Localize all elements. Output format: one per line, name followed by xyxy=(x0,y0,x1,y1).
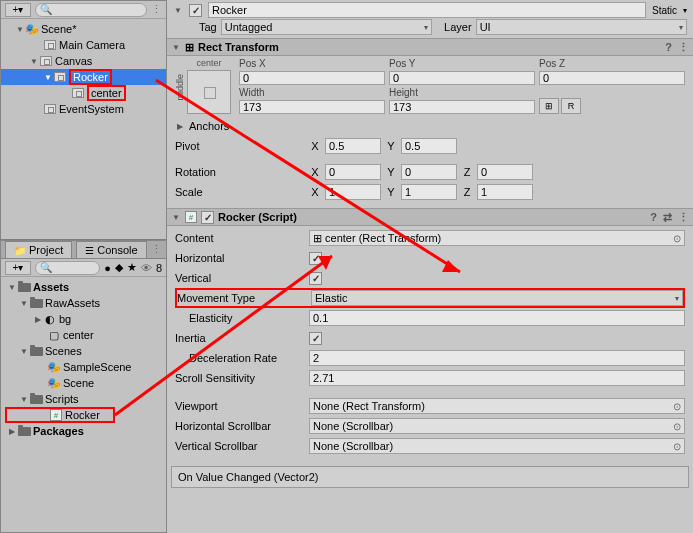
foldout-icon[interactable]: ▼ xyxy=(173,5,183,15)
pivot-y-field[interactable] xyxy=(401,138,457,154)
tag-dropdown[interactable]: Untagged xyxy=(221,19,432,35)
vscrollbar-object-field[interactable]: None (Scrollbar) xyxy=(309,438,685,454)
hscrollbar-object-field[interactable]: None (Scrollbar) xyxy=(309,418,685,434)
horizontal-checkbox[interactable] xyxy=(309,252,322,265)
scale-x-field[interactable] xyxy=(325,184,381,200)
hierarchy-item[interactable]: center xyxy=(1,85,166,101)
help-icon[interactable]: ? xyxy=(650,211,657,224)
asset-row[interactable]: 🎭Scene xyxy=(5,375,162,391)
rot-z-field[interactable] xyxy=(477,164,533,180)
foldout-icon[interactable]: ▼ xyxy=(171,212,181,222)
foldout-icon[interactable]: ▶ xyxy=(33,314,43,324)
search-icon: 🔍 xyxy=(40,4,52,15)
gameobject-enabled-checkbox[interactable] xyxy=(189,4,202,17)
item-label: Rocker xyxy=(69,71,112,83)
scene-icon: 🎭 xyxy=(25,23,39,35)
asset-row[interactable]: 🎭SampleScene xyxy=(5,359,162,375)
rocker-script-header[interactable]: ▼ # Rocker (Script) ?⇄⋮ xyxy=(167,208,693,226)
foldout-icon[interactable]: ▼ xyxy=(29,56,39,66)
asset-row[interactable]: ▢center xyxy=(5,327,162,343)
preset-icon[interactable]: ⇄ xyxy=(663,211,672,224)
inspector-panel: ▼ Static ▾ Tag Untagged Layer UI ▼ ⊞ Rec… xyxy=(167,0,693,533)
height-field[interactable] xyxy=(389,100,535,114)
filter-icon[interactable]: ● xyxy=(104,262,111,274)
event-callback-box[interactable]: On Value Changed (Vector2) xyxy=(171,466,689,488)
posx-field[interactable] xyxy=(239,71,385,85)
folder-row[interactable]: ▼Scenes xyxy=(5,343,162,359)
item-label: Canvas xyxy=(55,55,92,67)
item-label: Main Camera xyxy=(59,39,125,51)
assets-folder[interactable]: ▼Assets xyxy=(5,279,162,295)
foldout-icon[interactable]: ▼ xyxy=(43,72,53,82)
asset-row[interactable]: ▶◐bg xyxy=(5,311,162,327)
layer-dropdown[interactable]: UI xyxy=(476,19,687,35)
hierarchy-item-selected[interactable]: ▼ Rocker xyxy=(1,69,166,85)
help-icon[interactable]: ? xyxy=(665,41,672,54)
pivot-x-field[interactable] xyxy=(325,138,381,154)
width-field[interactable] xyxy=(239,100,385,114)
deceleration-field[interactable] xyxy=(309,350,685,366)
scale-z-field[interactable] xyxy=(477,184,533,200)
csharp-icon: # xyxy=(185,211,197,223)
gameobject-icon xyxy=(43,39,57,51)
scroll-sensitivity-field[interactable] xyxy=(309,370,685,386)
project-create-dropdown[interactable]: +▾ xyxy=(5,261,31,275)
tag-label: Tag xyxy=(199,21,217,33)
static-dropdown-icon[interactable]: ▾ xyxy=(683,6,687,15)
component-menu-icon[interactable]: ⋮ xyxy=(678,41,689,54)
folder-row[interactable]: ▼Scripts xyxy=(5,391,162,407)
inertia-checkbox[interactable] xyxy=(309,332,322,345)
component-enabled-checkbox[interactable] xyxy=(201,211,214,224)
rect-transform-icon: ⊞ xyxy=(185,41,194,54)
posy-field[interactable] xyxy=(389,71,535,85)
foldout-icon[interactable]: ▶ xyxy=(7,426,17,436)
movement-type-dropdown[interactable]: Elastic xyxy=(311,290,683,306)
foldout-icon[interactable]: ▼ xyxy=(15,24,25,34)
hierarchy-search[interactable]: 🔍 xyxy=(35,3,147,17)
create-dropdown[interactable]: +▾ xyxy=(5,3,31,17)
viewport-object-field[interactable]: None (Rect Transform) xyxy=(309,398,685,414)
foldout-icon[interactable]: ▼ xyxy=(171,42,181,52)
anchor-preset-button[interactable]: center xyxy=(185,58,233,116)
foldout-icon[interactable]: ▶ xyxy=(175,121,185,131)
foldout-icon[interactable]: ▼ xyxy=(19,346,29,356)
hierarchy-item[interactable]: EventSystem xyxy=(1,101,166,117)
context-menu-icon[interactable]: ⋮ xyxy=(151,3,162,16)
packages-folder[interactable]: ▶Packages xyxy=(5,423,162,439)
scale-y-field[interactable] xyxy=(401,184,457,200)
filter-icon[interactable]: ◆ xyxy=(115,261,123,274)
search-icon: 🔍 xyxy=(40,262,52,273)
texture-icon: ◐ xyxy=(43,313,57,325)
vertical-checkbox[interactable] xyxy=(309,272,322,285)
component-menu-icon[interactable]: ⋮ xyxy=(678,211,689,224)
project-tab[interactable]: 📁 Project xyxy=(5,241,72,258)
anchor-v-label: middle xyxy=(175,74,185,101)
texture-icon: ▢ xyxy=(47,329,61,341)
scene-label: Scene* xyxy=(41,23,76,35)
hierarchy-item[interactable]: Main Camera xyxy=(1,37,166,53)
folder-row[interactable]: ▼RawAssets xyxy=(5,295,162,311)
elasticity-field[interactable] xyxy=(309,310,685,326)
blueprint-button[interactable]: ⊞ xyxy=(539,98,559,114)
foldout-icon[interactable]: ▼ xyxy=(19,298,29,308)
scene-icon: 🎭 xyxy=(47,377,61,389)
scene-row[interactable]: ▼ 🎭 Scene* xyxy=(1,21,166,37)
project-search[interactable]: 🔍 xyxy=(35,261,100,275)
raw-edit-button[interactable]: R xyxy=(561,98,581,114)
script-asset-row[interactable]: #Rocker xyxy=(5,407,115,423)
foldout-icon[interactable]: ▼ xyxy=(7,282,17,292)
gameobject-name-field[interactable] xyxy=(208,2,646,18)
foldout-icon[interactable]: ▼ xyxy=(19,394,29,404)
filter-icon[interactable]: ★ xyxy=(127,261,137,274)
item-label: EventSystem xyxy=(59,103,124,115)
content-object-field[interactable]: ⊞ center (Rect Transform) xyxy=(309,230,685,246)
rect-transform-header[interactable]: ▼ ⊞ Rect Transform ?⋮ xyxy=(167,38,693,56)
panel-menu-icon[interactable]: ⋮ xyxy=(151,243,166,256)
rot-y-field[interactable] xyxy=(401,164,457,180)
visibility-icon[interactable]: 👁 xyxy=(141,262,152,274)
hierarchy-item[interactable]: ▼ Canvas xyxy=(1,53,166,69)
posz-field[interactable] xyxy=(539,71,685,85)
console-tab[interactable]: ☰ Console xyxy=(76,241,146,258)
rot-x-field[interactable] xyxy=(325,164,381,180)
static-label: Static xyxy=(652,5,677,16)
